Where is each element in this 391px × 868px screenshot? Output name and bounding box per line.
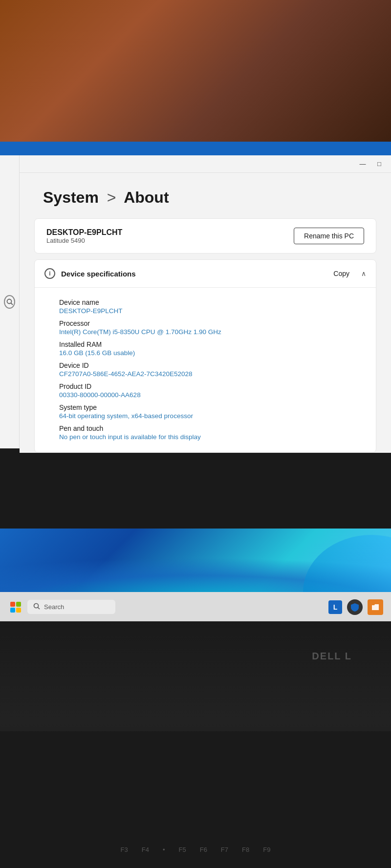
spec-value: DESKTOP-E9PLCHT [59, 307, 366, 315]
fn-keys-row: F3F4•F5F6F7F8F9 [121, 846, 271, 853]
fn-key: F9 [263, 846, 270, 853]
spec-value: 00330-80000-00000-AA628 [59, 391, 366, 399]
window-controls: — □ [355, 157, 387, 171]
wallpaper-area [0, 529, 391, 592]
systray-icon-1[interactable]: L [328, 600, 342, 614]
spec-value: No pen or touch input is available for t… [59, 433, 366, 441]
dell-logo: DELL L [312, 651, 352, 662]
spec-row: Device IDCF2707A0-586E-4652-AEA2-7C3420E… [59, 361, 366, 378]
spec-label: Pen and touch [59, 424, 366, 432]
settings-window: — □ System > About DESKTOP-E9PLCHT Latit… [20, 155, 391, 453]
fn-key: F4 [142, 846, 149, 853]
minimize-button[interactable]: — [355, 157, 370, 171]
laptop-body-photo: DELL L F3F4•F5F6F7F8F9 [0, 621, 391, 868]
specs-header-left: i Device specifications [44, 268, 136, 279]
start-cell-yellow [16, 608, 21, 613]
photo-background-top [0, 0, 391, 142]
spec-row: System type64-bit operating system, x64-… [59, 403, 366, 420]
shield-icon [350, 602, 360, 612]
start-button[interactable] [8, 599, 23, 615]
sidebar-search-area [0, 155, 20, 448]
taskbar: Search L [0, 592, 391, 621]
spec-label: Installed RAM [59, 340, 366, 348]
systray-icon-3[interactable] [368, 599, 383, 615]
breadcrumb-separator: > [107, 189, 116, 206]
spec-value: Intel(R) Core(TM) i5-8350U CPU @ 1.70GHz… [59, 328, 366, 336]
fn-key: F8 [242, 846, 249, 853]
spec-label: Processor [59, 319, 366, 327]
systray-icon-2[interactable] [347, 599, 363, 615]
chevron-up-icon: ∧ [361, 270, 366, 277]
page-header: System > About [20, 173, 391, 218]
title-about: About [124, 189, 169, 206]
fn-key: F3 [121, 846, 128, 853]
copy-button[interactable]: Copy [329, 268, 353, 279]
spec-value: 16.0 GB (15.6 GB usable) [59, 349, 366, 357]
spec-value: 64-bit operating system, x64-based proce… [59, 412, 366, 420]
spec-label: System type [59, 403, 366, 411]
fn-key: F7 [221, 846, 228, 853]
taskbar-search-bar[interactable]: Search [27, 600, 115, 614]
svg-point-2 [34, 604, 39, 608]
start-cell-green [16, 602, 21, 607]
titlebar-strip [0, 142, 391, 155]
windows-logo [10, 602, 21, 613]
main-content: DESKTOP-E9PLCHT Latitude 5490 Rename thi… [20, 218, 391, 453]
specs-section-title: Device specifications [61, 270, 136, 278]
spec-row: Pen and touchNo pen or touch input is av… [59, 424, 366, 441]
svg-point-0 [7, 299, 11, 304]
specs-table: Device nameDESKTOP-E9PLCHTProcessorIntel… [35, 288, 376, 452]
keyboard-area: F3F4•F5F6F7F8F9 [0, 731, 391, 868]
spec-label: Device name [59, 298, 366, 306]
rename-pc-button[interactable]: Rename this PC [294, 228, 364, 244]
search-button[interactable] [4, 295, 15, 309]
search-icon [6, 298, 13, 305]
specs-section: i Device specifications Copy ∧ Device na… [34, 259, 376, 453]
device-info: DESKTOP-E9PLCHT Latitude 5490 [46, 228, 122, 244]
fn-key: F6 [200, 846, 207, 853]
page-title: System > About [43, 189, 169, 206]
specs-section-header[interactable]: i Device specifications Copy ∧ [35, 260, 376, 288]
maximize-button[interactable]: □ [371, 157, 387, 171]
fn-key: • [163, 846, 165, 853]
spec-row: Installed RAM16.0 GB (15.6 GB usable) [59, 340, 366, 357]
spec-row: Product ID00330-80000-00000-AA628 [59, 382, 366, 399]
spec-label: Product ID [59, 382, 366, 390]
device-card: DESKTOP-E9PLCHT Latitude 5490 Rename thi… [34, 218, 376, 254]
taskbar-search-icon [33, 603, 40, 611]
spec-row: Device nameDESKTOP-E9PLCHT [59, 298, 366, 315]
computer-name: DESKTOP-E9PLCHT [46, 228, 122, 237]
spec-label: Device ID [59, 361, 366, 369]
title-system: System [43, 189, 99, 206]
specs-header-right: Copy ∧ [329, 268, 366, 279]
taskbar-search-placeholder: Search [44, 603, 64, 611]
start-cell-blue [10, 608, 15, 613]
start-cell-red [10, 602, 15, 607]
svg-line-3 [38, 608, 40, 610]
window-titlebar: — □ [20, 155, 391, 173]
fn-key: F5 [179, 846, 186, 853]
folder-icon [371, 603, 380, 612]
spec-value: CF2707A0-586E-4652-AEA2-7C3420E52028 [59, 370, 366, 378]
info-icon: i [44, 268, 55, 279]
spec-row: ProcessorIntel(R) Core(TM) i5-8350U CPU … [59, 319, 366, 336]
device-model: Latitude 5490 [46, 237, 122, 244]
system-tray: L [328, 599, 383, 615]
svg-line-1 [11, 303, 13, 305]
